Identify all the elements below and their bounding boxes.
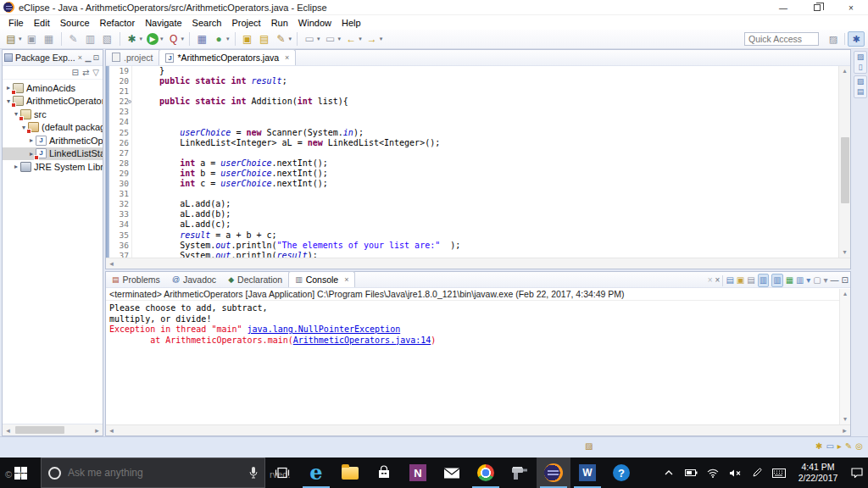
code-viewport[interactable]: } public static int result; public stati…: [132, 66, 850, 258]
menu-navigate[interactable]: Navigate: [140, 16, 186, 30]
panel-minmax-icons[interactable]: ▁⊡: [86, 53, 101, 62]
display-selected-console-button[interactable]: ▥ ▾: [796, 274, 810, 286]
console-vscrollbar[interactable]: ▴ ▾: [839, 289, 850, 424]
progress-icon[interactable]: ◎: [855, 441, 863, 451]
menu-file[interactable]: File: [3, 16, 29, 30]
console-tab-javadoc[interactable]: @Javadoc: [166, 271, 222, 287]
coverage-button[interactable]: ●▾: [210, 30, 231, 47]
start-button[interactable]: [0, 458, 41, 488]
mark-occurrences-button[interactable]: ✎▾: [273, 30, 294, 47]
menu-search[interactable]: Search: [187, 16, 227, 30]
show-on-stdout-button[interactable]: ▥: [758, 274, 769, 287]
volume-muted-icon[interactable]: [724, 469, 746, 478]
terminate-button[interactable]: ×: [708, 274, 713, 286]
tree-item-src[interactable]: ▾src: [3, 108, 103, 121]
folding-marker-icon[interactable]: [128, 100, 131, 103]
microphone-icon[interactable]: [249, 467, 258, 480]
scroll-right-icon[interactable]: ▸: [92, 426, 103, 435]
hidden-icons-chevron[interactable]: [658, 469, 680, 477]
quick-access-input[interactable]: [744, 32, 819, 46]
console-hyperlink[interactable]: java.lang.NullPointerException: [248, 324, 401, 334]
console-tab-declaration[interactable]: ◆Declaration: [222, 271, 288, 287]
word-taskbar-button[interactable]: W: [570, 458, 604, 488]
console-hscrollbar[interactable]: ◂ ▸: [106, 424, 850, 435]
open-task-button[interactable]: ✎: [65, 30, 82, 47]
menu-window[interactable]: Window: [293, 16, 337, 30]
tab-close-icon[interactable]: ×: [344, 275, 348, 284]
pin-editor-button[interactable]: ▭▾: [322, 30, 343, 47]
pin-console-button[interactable]: ▦: [786, 274, 793, 286]
scroll-down-icon[interactable]: ▾: [843, 247, 846, 258]
minimize-button[interactable]: —: [766, 0, 800, 15]
run-button[interactable]: ▶▾: [144, 30, 165, 47]
tree-item-linkedliststack[interactable]: ▸JLinkedListStack: [3, 147, 103, 161]
console-tab-problems[interactable]: ▤Problems: [106, 271, 166, 287]
word-wrap-button[interactable]: ▤: [747, 274, 754, 286]
collapse-all-icon[interactable]: ⊟: [72, 68, 79, 77]
open-type-button[interactable]: ▣: [239, 30, 256, 47]
editor-tab--arithmeticoperators-java[interactable]: J*ArithmeticOperators.java×: [159, 49, 296, 65]
touch-keyboard-icon[interactable]: [768, 469, 790, 478]
outline-view-icon[interactable]: ▤: [857, 88, 865, 96]
menu-run[interactable]: Run: [266, 16, 293, 30]
close-button[interactable]: ×: [834, 0, 868, 15]
build-all-button[interactable]: ▥: [82, 30, 99, 47]
task-view-taskbar-button[interactable]: [265, 458, 299, 488]
task-list-view-icon[interactable]: ▯: [859, 64, 863, 71]
skip-breakpoints-button[interactable]: ▧: [99, 30, 116, 47]
editor-vscrollbar[interactable]: ▴ ▾: [838, 66, 850, 258]
taskbar-clock[interactable]: 4:41 PM 2/22/2017: [790, 462, 846, 484]
editor-hscrollbar[interactable]: ◂: [106, 258, 850, 269]
scroll-left-icon[interactable]: ◂: [3, 426, 14, 435]
action-center-icon[interactable]: [846, 468, 868, 478]
package-explorer-hscrollbar[interactable]: ◂ ▸: [3, 424, 103, 435]
menu-source[interactable]: Source: [55, 16, 95, 30]
forward-button[interactable]: →▾: [364, 30, 385, 47]
scroll-up-icon[interactable]: ▴: [843, 66, 846, 76]
java-search-button[interactable]: ▤: [256, 30, 273, 47]
collapsed-arrow-icon[interactable]: ▸: [12, 163, 20, 170]
drill-tool-taskbar-button[interactable]: [503, 458, 537, 488]
restore-view-icon[interactable]: ▨: [857, 53, 865, 61]
scroll-left-icon[interactable]: ◂: [106, 426, 117, 435]
tab-close-icon[interactable]: ×: [285, 53, 289, 62]
file-explorer-taskbar-button[interactable]: [333, 458, 367, 488]
editor-body[interactable]: 19202122232425262728293031323334353637 }…: [106, 66, 850, 258]
tab-close-icon[interactable]: ×: [78, 53, 82, 62]
open-perspective-button[interactable]: ▨: [825, 31, 842, 47]
maximize-view-button[interactable]: ⊡: [842, 274, 849, 286]
view-menu-icon[interactable]: ▽: [92, 68, 99, 77]
new-button[interactable]: ▤▾: [3, 30, 24, 47]
new-java-project-button[interactable]: ▦: [193, 30, 210, 47]
mail-taskbar-button[interactable]: [435, 458, 469, 488]
battery-icon[interactable]: [680, 469, 702, 477]
scroll-right-icon[interactable]: ▸: [839, 426, 850, 435]
get-help-taskbar-button[interactable]: ?: [604, 458, 638, 488]
tree-item-arithmeticoper[interactable]: ▸JArithmeticOper: [3, 134, 103, 147]
editor-tab--project[interactable]: .project: [106, 49, 159, 65]
pen-icon[interactable]: [746, 468, 768, 478]
menu-project[interactable]: Project: [226, 16, 265, 30]
clear-console-button[interactable]: ▤: [726, 274, 733, 286]
edge-taskbar-button[interactable]: e: [299, 458, 333, 488]
console-output[interactable]: Please choose to add, subtract,multiply,…: [106, 301, 850, 424]
scroll-thumb[interactable]: [841, 137, 849, 203]
back-button[interactable]: ←▾: [342, 30, 364, 47]
editor-presentation-icon[interactable]: ▭: [826, 441, 833, 451]
smart-insert-icon[interactable]: ✱: [815, 441, 822, 451]
collapsed-arrow-icon[interactable]: ▸: [27, 136, 36, 144]
scroll-thumb[interactable]: [15, 426, 64, 434]
scroll-down-icon[interactable]: ▾: [843, 414, 847, 424]
menu-help[interactable]: Help: [337, 16, 366, 30]
java-perspective-button[interactable]: ✱: [848, 31, 865, 47]
scroll-left-icon[interactable]: ◂: [106, 259, 117, 268]
debug-button[interactable]: ✱▾: [124, 30, 145, 47]
wifi-icon[interactable]: [702, 469, 724, 478]
minimize-view-button[interactable]: —: [831, 274, 839, 286]
console-hyperlink[interactable]: ArithmeticOperators.java:14: [293, 336, 431, 345]
console-tab-console[interactable]: ▥Console×: [288, 271, 355, 287]
show-on-stderr-button[interactable]: ▥: [771, 274, 782, 287]
scroll-lock-button[interactable]: ▣: [737, 274, 744, 286]
save-all-button[interactable]: ▦: [41, 30, 58, 47]
onenote-taskbar-button[interactable]: N: [401, 458, 435, 488]
